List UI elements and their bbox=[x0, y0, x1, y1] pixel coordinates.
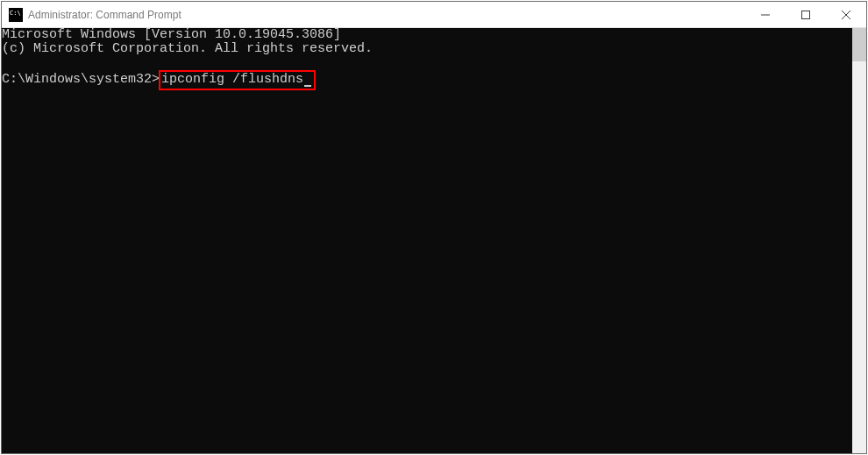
window-controls bbox=[745, 2, 866, 27]
titlebar[interactable]: Administrator: Command Prompt bbox=[2, 2, 866, 28]
terminal-prompt: C:\Windows\system32> bbox=[2, 72, 160, 87]
minimize-button[interactable] bbox=[745, 2, 786, 27]
close-button[interactable] bbox=[826, 2, 866, 27]
maximize-button[interactable] bbox=[786, 2, 826, 27]
window-title: Administrator: Command Prompt bbox=[28, 9, 745, 21]
terminal-blank-line bbox=[2, 56, 852, 70]
terminal-version-line: Microsoft Windows [Version 10.0.19045.30… bbox=[2, 28, 852, 42]
svg-rect-1 bbox=[802, 11, 810, 18]
terminal-area: Microsoft Windows [Version 10.0.19045.30… bbox=[2, 28, 866, 453]
maximize-icon bbox=[801, 11, 810, 19]
cmd-icon bbox=[9, 8, 23, 22]
terminal[interactable]: Microsoft Windows [Version 10.0.19045.30… bbox=[2, 28, 852, 453]
terminal-command-line: C:\Windows\system32>ipconfig /flushdns bbox=[2, 70, 852, 90]
command-highlight: ipconfig /flushdns bbox=[159, 70, 316, 90]
terminal-command: ipconfig /flushdns bbox=[161, 72, 303, 87]
scrollbar-thumb[interactable] bbox=[852, 28, 866, 61]
close-icon bbox=[842, 11, 850, 19]
terminal-copyright-line: (c) Microsoft Corporation. All rights re… bbox=[2, 42, 852, 56]
command-prompt-window: Administrator: Command Prompt Microsoft bbox=[1, 1, 867, 454]
vertical-scrollbar[interactable] bbox=[852, 28, 866, 453]
cursor bbox=[304, 85, 311, 87]
minimize-icon bbox=[761, 11, 770, 19]
